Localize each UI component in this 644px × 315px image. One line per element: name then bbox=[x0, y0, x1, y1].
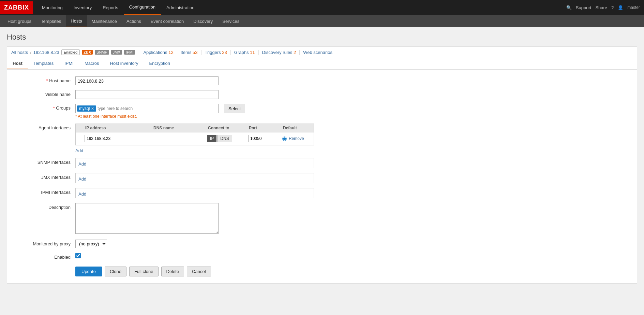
host-link-discovery-rules[interactable]: Discovery rules 2 bbox=[259, 50, 300, 55]
snmp-interfaces-control: Add bbox=[75, 158, 630, 168]
items-count: 53 bbox=[193, 50, 197, 55]
tab-macros[interactable]: Macros bbox=[79, 58, 105, 69]
delete-button[interactable]: Delete bbox=[161, 267, 184, 276]
share-link[interactable]: Share bbox=[595, 5, 607, 10]
ipmi-badge[interactable]: IPMI bbox=[124, 50, 135, 55]
subnav-host-groups[interactable]: Host groups bbox=[3, 15, 36, 27]
form-area: * Host name Visible name * Groups bbox=[7, 70, 637, 284]
visible-name-label: Visible name bbox=[14, 90, 75, 97]
ip-address-cell bbox=[83, 134, 151, 143]
username: master bbox=[627, 5, 640, 10]
logo[interactable]: ZABBIX bbox=[0, 1, 33, 14]
cancel-button[interactable]: Cancel bbox=[187, 267, 211, 276]
update-button[interactable]: Update bbox=[75, 267, 102, 276]
jmx-badge[interactable]: JMX bbox=[111, 50, 122, 55]
subnav-maintenance[interactable]: Maintenance bbox=[87, 15, 122, 27]
subnav-event-correlation[interactable]: Event correlation bbox=[146, 15, 189, 27]
default-radio[interactable] bbox=[282, 137, 287, 141]
host-link-items[interactable]: Items 53 bbox=[177, 50, 201, 55]
tab-templates[interactable]: Templates bbox=[28, 58, 59, 69]
subnav-templates[interactable]: Templates bbox=[36, 15, 66, 27]
host-nav-links: Applications 12 Items 53 Triggers 23 Gra… bbox=[140, 50, 336, 55]
page-content: Hosts All hosts / 192.168.8.23 Enabled Z… bbox=[0, 27, 644, 315]
sub-navigation: Host groups Templates Hosts Maintenance … bbox=[0, 15, 644, 27]
subnav-hosts[interactable]: Hosts bbox=[66, 15, 87, 27]
full-clone-button[interactable]: Full clone bbox=[129, 267, 159, 276]
host-link-applications[interactable]: Applications 12 bbox=[140, 50, 177, 55]
jmx-interfaces-control: Add bbox=[75, 173, 630, 183]
form-tabs: Host Templates IPMI Macros Host inventor… bbox=[7, 58, 637, 70]
snmp-interfaces-label: SNMP interfaces bbox=[14, 158, 75, 165]
agent-add-link[interactable]: Add bbox=[75, 148, 83, 153]
proxy-control: (no proxy) bbox=[75, 240, 630, 248]
col-ip: IP address bbox=[83, 124, 151, 132]
subnav-actions[interactable]: Actions bbox=[122, 15, 146, 27]
tab-encryption[interactable]: Encryption bbox=[144, 58, 176, 69]
graphs-count: 11 bbox=[250, 50, 255, 55]
enabled-control bbox=[75, 253, 630, 259]
groups-search-input[interactable] bbox=[98, 106, 217, 111]
search-icon[interactable]: 🔍 bbox=[566, 5, 572, 10]
host-name-control bbox=[75, 76, 630, 85]
zbx-badge[interactable]: ZBX bbox=[82, 50, 93, 55]
connect-ip-button[interactable]: IP bbox=[207, 135, 216, 142]
user-icon[interactable]: 👤 bbox=[618, 5, 623, 10]
nav-reports[interactable]: Reports bbox=[97, 0, 124, 15]
groups-box[interactable]: mysql ✕ bbox=[75, 104, 219, 113]
top-nav-items: Monitoring Inventory Reports Configurati… bbox=[36, 0, 200, 15]
nav-administration[interactable]: Administration bbox=[161, 0, 200, 15]
warning-text: * At least one interface must exist. bbox=[75, 114, 630, 119]
subnav-services[interactable]: Services bbox=[218, 15, 244, 27]
discovery-count: 2 bbox=[294, 50, 296, 55]
col-default: Default bbox=[280, 124, 308, 132]
agent-interfaces-label: Agent interfaces bbox=[14, 124, 75, 130]
snmp-section: Add bbox=[75, 158, 314, 168]
proxy-label: Monitored by proxy bbox=[14, 240, 75, 246]
nav-monitoring[interactable]: Monitoring bbox=[36, 0, 68, 15]
snmp-add-link[interactable]: Add bbox=[78, 161, 86, 167]
host-link-graphs[interactable]: Graphs 11 bbox=[231, 50, 259, 55]
connect-buttons: IP DNS bbox=[207, 135, 244, 142]
connect-dns-button[interactable]: DNS bbox=[217, 135, 232, 142]
port-cell bbox=[246, 134, 280, 143]
nav-configuration[interactable]: Configuration bbox=[124, 0, 161, 15]
proxy-select[interactable]: (no proxy) bbox=[75, 240, 107, 248]
enabled-badge: Enabled bbox=[61, 49, 80, 55]
applications-count: 12 bbox=[168, 50, 173, 55]
port-input[interactable] bbox=[248, 135, 272, 142]
remove-link[interactable]: Remove bbox=[289, 136, 304, 141]
tab-ipmi[interactable]: IPMI bbox=[59, 58, 79, 69]
breadcrumb-all-hosts[interactable]: All hosts bbox=[11, 50, 28, 55]
top-navigation: ZABBIX Monitoring Inventory Reports Conf… bbox=[0, 0, 644, 15]
host-name-input[interactable] bbox=[75, 76, 219, 85]
host-link-web-scenarios[interactable]: Web scenarios bbox=[300, 50, 336, 55]
snmp-badge[interactable]: SNMP bbox=[95, 50, 109, 55]
enabled-checkbox[interactable] bbox=[75, 253, 81, 258]
nav-inventory[interactable]: Inventory bbox=[68, 0, 97, 15]
ipmi-interfaces-control: Add bbox=[75, 188, 630, 198]
dns-name-input[interactable] bbox=[153, 135, 198, 142]
select-button[interactable]: Select bbox=[224, 104, 245, 113]
row-drag bbox=[76, 138, 83, 140]
subnav-discovery[interactable]: Discovery bbox=[189, 15, 218, 27]
breadcrumb-current-host[interactable]: 192.168.8.23 bbox=[33, 50, 59, 55]
host-link-triggers[interactable]: Triggers 23 bbox=[201, 50, 231, 55]
col-empty bbox=[76, 124, 83, 132]
groups-row: * Groups mysql ✕ Select * bbox=[14, 104, 630, 119]
group-tag-label: mysql bbox=[79, 106, 90, 111]
support-link[interactable]: Support bbox=[576, 5, 591, 10]
ipmi-add-link[interactable]: Add bbox=[78, 191, 86, 197]
clone-button[interactable]: Clone bbox=[105, 267, 126, 276]
ip-address-input[interactable] bbox=[85, 135, 142, 142]
default-cell: Remove bbox=[280, 135, 308, 142]
tab-host[interactable]: Host bbox=[7, 58, 28, 69]
help-icon[interactable]: ? bbox=[611, 5, 614, 10]
description-textarea[interactable] bbox=[75, 203, 219, 234]
jmx-add-link[interactable]: Add bbox=[78, 176, 86, 182]
group-tag-close[interactable]: ✕ bbox=[91, 106, 94, 111]
visible-name-input[interactable] bbox=[75, 90, 219, 99]
description-label: Description bbox=[14, 203, 75, 210]
agent-interfaces-control: IP address DNS name Connect to Port Defa… bbox=[75, 124, 630, 153]
tab-host-inventory[interactable]: Host inventory bbox=[105, 58, 144, 69]
description-row: Description bbox=[14, 203, 630, 235]
